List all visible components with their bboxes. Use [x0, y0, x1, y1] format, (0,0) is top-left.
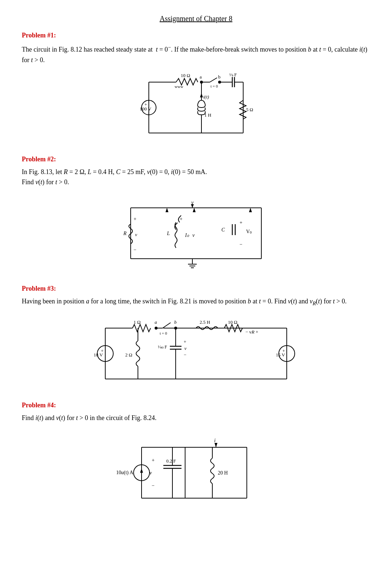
svg-text:15 V: 15 V: [276, 352, 285, 358]
svg-text:v: v: [184, 346, 187, 351]
svg-text:v: v: [192, 233, 195, 238]
svg-text:2.5 H: 2.5 H: [200, 319, 210, 325]
svg-text:+: +: [184, 339, 186, 344]
svg-text:−  vR  +: − vR +: [245, 329, 258, 335]
circuit-diagram-2: v R + − v L + I: [22, 193, 370, 273]
problem-4-section: Problem #4: Find i(t) and v(t) for t > 0…: [22, 402, 370, 509]
svg-text:b: b: [218, 74, 221, 80]
svg-text:10u(t) A: 10u(t) A: [116, 470, 134, 476]
problem-4-text: Find i(t) and v(t) for t > 0 in the circ…: [22, 413, 370, 423]
svg-text:b: b: [174, 319, 177, 325]
svg-text:¹⁄₉ F: ¹⁄₉ F: [229, 72, 237, 77]
svg-text:v: v: [150, 470, 152, 476]
svg-text:i(t): i(t): [203, 94, 209, 100]
svg-text:10 Ω: 10 Ω: [181, 73, 190, 78]
problem-4-label: Problem #4:: [22, 402, 370, 409]
svg-text:10 Ω: 10 Ω: [228, 319, 237, 325]
svg-text:V₀: V₀: [246, 229, 252, 234]
svg-line-14: [210, 78, 217, 82]
svg-text:i: i: [214, 438, 216, 443]
problem-1-label: Problem #1:: [22, 32, 370, 39]
svg-text:5 Ω: 5 Ω: [246, 107, 253, 112]
svg-text:−: −: [152, 483, 155, 488]
circuit-diagram-1: + 100 V 10 Ω www a t = 0 b: [22, 71, 370, 144]
circuit-diagram-3: + 18 V 1 Ω a t = 0 b 2 Ω: [22, 314, 370, 390]
svg-text:+: +: [240, 220, 242, 225]
problem-1-text: The circuit in Fig. 8.12 has reached ste…: [22, 43, 370, 65]
svg-text:20 H: 20 H: [218, 470, 228, 476]
svg-text:L: L: [167, 231, 170, 236]
circuit-diagram-4: 10u(t) A + − v 0.2 F i 20 H: [22, 429, 370, 509]
svg-text:1 H: 1 H: [204, 112, 211, 118]
svg-marker-41: [166, 208, 168, 212]
svg-marker-103: [140, 468, 143, 473]
svg-text:C: C: [221, 227, 225, 233]
problem-3-section: Problem #3: Having been in position a fo…: [22, 285, 370, 390]
svg-text:a: a: [200, 74, 202, 80]
svg-text:1 Ω: 1 Ω: [134, 319, 140, 325]
svg-marker-25: [200, 93, 203, 97]
problem-3-text: Having been in position a for a long tim…: [22, 296, 370, 308]
problem-2-text: In Fig. 8.13, let R = 2 Ω, L = 0.4 H, C …: [22, 167, 370, 188]
svg-text:+: +: [152, 457, 155, 463]
svg-text:v: v: [135, 232, 137, 237]
svg-text:www: www: [175, 84, 183, 89]
svg-text:2 Ω: 2 Ω: [125, 352, 132, 358]
svg-text:+: +: [180, 216, 183, 222]
page-title: Assignment of Chapter 8: [22, 15, 370, 23]
svg-text:R: R: [123, 231, 127, 236]
problem-2-section: Problem #2: In Fig. 8.13, let R = 2 Ω, L…: [22, 156, 370, 274]
svg-text:+: +: [134, 216, 136, 222]
svg-marker-117: [215, 443, 217, 447]
svg-text:100 V: 100 V: [140, 106, 152, 112]
svg-text:0.2 F: 0.2 F: [166, 458, 176, 464]
svg-text:18 V: 18 V: [94, 352, 103, 358]
svg-marker-57: [249, 208, 252, 212]
svg-text:−: −: [240, 242, 242, 247]
svg-text:t = 0: t = 0: [160, 331, 167, 335]
problem-2-label: Problem #2:: [22, 156, 370, 163]
svg-text:−: −: [134, 247, 136, 253]
svg-text:I₀: I₀: [185, 233, 189, 238]
svg-line-72: [163, 323, 171, 328]
svg-text:−: −: [184, 352, 186, 358]
svg-marker-46: [193, 208, 196, 212]
svg-marker-36: [191, 204, 194, 208]
problem-1-section: Problem #1: The circuit in Fig. 8.12 has…: [22, 32, 370, 144]
svg-text:¹⁄₄₀ F: ¹⁄₄₀ F: [158, 344, 167, 350]
problem-3-label: Problem #3:: [22, 285, 370, 292]
svg-text:t = 0: t = 0: [211, 84, 218, 88]
svg-text:a: a: [155, 319, 157, 325]
